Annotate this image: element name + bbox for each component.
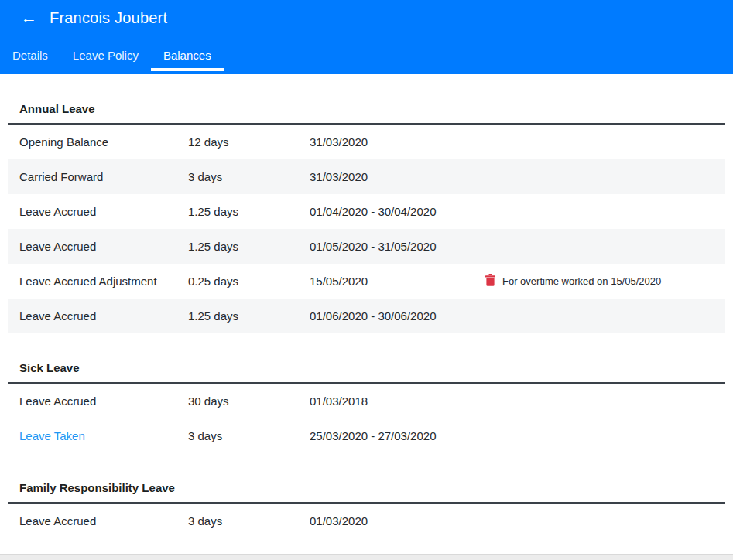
row-amount: 0.25 days [188, 275, 310, 288]
row-dates: 31/03/2020 [310, 135, 485, 149]
section-sick-leave: Sick Leave Leave Accrued 30 days 01/03/2… [8, 361, 725, 453]
table-row: Leave Taken 3 days 25/03/2020 - 27/03/20… [8, 418, 725, 453]
app-header: ← Francois Joubert Details Leave Policy … [0, 0, 733, 74]
row-dates: 01/03/2020 [310, 514, 485, 528]
adjustment-note: For overtime worked on 15/05/2020 [502, 275, 661, 287]
row-dates: 15/05/2020 [310, 275, 485, 288]
row-amount: 3 days [188, 170, 310, 183]
table-row: Leave Accrued 1.25 days 01/04/2020 - 30/… [8, 194, 725, 229]
table-row: Leave Accrued 3 days 01/03/2020 [8, 504, 725, 538]
row-amount: 1.25 days [188, 309, 310, 323]
row-label: Opening Balance [8, 135, 188, 149]
row-label: Leave Accrued [8, 309, 188, 323]
arrow-left-icon: ← [21, 9, 37, 26]
leave-taken-link[interactable]: Leave Taken [19, 429, 85, 442]
row-dates: 01/06/2020 - 30/06/2020 [310, 309, 485, 323]
section-title: Annual Leave [8, 102, 725, 125]
row-amount: 30 days [188, 394, 310, 408]
table-row: Leave Accrued 1.25 days 01/06/2020 - 30/… [8, 299, 725, 333]
section-title: Family Responsibility Leave [8, 481, 725, 504]
row-label: Leave Accrued [8, 205, 188, 218]
horizontal-scrollbar[interactable] [0, 554, 733, 560]
tab-balances[interactable]: Balances [151, 42, 224, 71]
table-row: Leave Accrued 30 days 01/03/2018 [8, 384, 725, 418]
trash-icon [485, 274, 496, 289]
table-row: Opening Balance 12 days 31/03/2020 [8, 125, 725, 159]
table-row: Carried Forward 3 days 31/03/2020 [8, 159, 725, 194]
page-title: Francois Joubert [50, 9, 167, 27]
row-note: For overtime worked on 15/05/2020 [485, 274, 725, 289]
row-amount: 12 days [188, 135, 310, 149]
row-amount: 3 days [188, 514, 310, 528]
employee-balances-page: ← Francois Joubert Details Leave Policy … [0, 0, 733, 560]
header-top-bar: ← Francois Joubert [0, 0, 733, 28]
row-label: Leave Accrued [8, 240, 188, 253]
table-row-adjustment: Leave Accrued Adjustment 0.25 days 15/05… [8, 264, 725, 299]
row-amount: 1.25 days [188, 240, 310, 253]
row-amount: 3 days [188, 429, 310, 442]
row-label: Leave Accrued Adjustment [8, 275, 188, 288]
section-title: Sick Leave [8, 361, 725, 384]
row-dates: 31/03/2020 [310, 170, 485, 183]
table-row: Leave Accrued 1.25 days 01/05/2020 - 31/… [8, 229, 725, 264]
tab-bar: Details Leave Policy Balances [0, 42, 224, 71]
tab-leave-policy[interactable]: Leave Policy [60, 42, 151, 71]
row-amount: 1.25 days [188, 205, 310, 218]
row-dates: 01/03/2018 [310, 394, 485, 408]
tab-details[interactable]: Details [0, 42, 60, 71]
row-dates: 01/05/2020 - 31/05/2020 [310, 240, 485, 253]
row-label: Leave Accrued [8, 394, 188, 408]
section-annual-leave: Annual Leave Opening Balance 12 days 31/… [8, 102, 725, 333]
row-dates: 25/03/2020 - 27/03/2020 [310, 429, 485, 442]
delete-adjustment-button[interactable] [485, 274, 496, 289]
row-label: Carried Forward [8, 170, 188, 183]
row-label: Leave Taken [8, 429, 188, 442]
section-family-responsibility-leave: Family Responsibility Leave Leave Accrue… [8, 481, 725, 538]
row-dates: 01/04/2020 - 30/04/2020 [310, 205, 485, 218]
row-label: Leave Accrued [8, 514, 188, 528]
back-button[interactable]: ← [21, 9, 37, 26]
balances-content: Annual Leave Opening Balance 12 days 31/… [0, 102, 733, 538]
